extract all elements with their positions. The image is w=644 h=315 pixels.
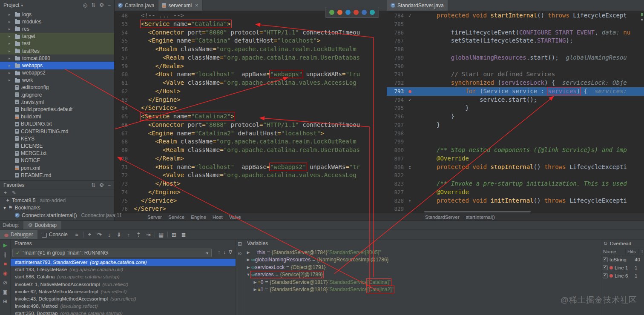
settings-icon[interactable]: ⚙	[99, 2, 104, 8]
code-line-71[interactable]: 71 <Host name="localhost" appBase="webap…	[114, 163, 387, 172]
checkbox[interactable]	[603, 273, 608, 278]
expand-arrow-icon[interactable]: ▸	[9, 20, 13, 24]
expand-arrow-icon[interactable]: ▼	[245, 272, 251, 277]
project-tree-item-contributing-md[interactable]: CONTRIBUTING.md	[0, 128, 114, 135]
step-over-icon[interactable]: ↷	[95, 232, 104, 238]
edit-icon[interactable]: ✎	[12, 190, 16, 196]
code-line-807[interactable]: 807@Override	[387, 155, 644, 163]
breadcrumb-item[interactable]: StandardServer	[425, 215, 460, 220]
breadcrumb-item[interactable]: Valve	[229, 215, 241, 220]
line-number[interactable]: 828	[389, 197, 405, 205]
code-line-74[interactable]: 74 </Engine>	[114, 188, 387, 197]
line-number[interactable]: 785	[389, 20, 405, 29]
line-number[interactable]: 791	[389, 70, 405, 79]
frame-row[interactable]: invoke:62, NativeMethodAccessorImpl(sun.…	[11, 288, 236, 295]
pause-icon[interactable]: ∥	[4, 252, 6, 258]
expand-arrow-icon[interactable]: ▶	[245, 250, 251, 255]
line-number[interactable]: 786	[389, 29, 405, 37]
line-number[interactable]: 789	[389, 54, 405, 62]
overhead-row[interactable]: toString40	[601, 255, 644, 263]
editor-tab-catalina-java[interactable]: CCatalina.java	[114, 0, 158, 11]
layout-icon[interactable]: ⊞	[3, 298, 7, 304]
line-number[interactable]: 797	[389, 121, 405, 129]
code-line-67[interactable]: 67 <Engine name="Catalina2" defaultHost=…	[114, 129, 387, 138]
frame-row[interactable]: start:686, Catalina(org.apache.catalina.…	[11, 273, 236, 281]
line-number[interactable]: 793	[389, 87, 405, 96]
expand-arrow-icon[interactable]: ▸	[9, 27, 13, 31]
check-icon[interactable]: ✓	[408, 11, 411, 20]
project-tree-item-notice[interactable]: NOTICE	[0, 157, 114, 164]
code-line-791[interactable]: 791 // Start our defined Services	[387, 70, 644, 79]
code-line-799[interactable]: 799	[387, 137, 644, 146]
code-line-789[interactable]: 789 globalNamingResources.start(); globa…	[387, 54, 644, 62]
collapse-icon[interactable]: ⇅	[91, 2, 95, 8]
checkbox[interactable]	[603, 257, 608, 262]
code-line-61[interactable]: 61 <Valve className="org.apache.catalina…	[114, 79, 387, 87]
chrome-browser-icon[interactable]	[329, 10, 334, 15]
firefox-browser-icon[interactable]	[337, 10, 342, 15]
exec-icon[interactable]: ●	[408, 87, 411, 96]
project-tree-item-work[interactable]: ▸work	[0, 77, 114, 84]
gutter-icons[interactable]: ↥	[405, 197, 434, 205]
expand-arrow-icon[interactable]: ▸	[9, 78, 13, 82]
run-config-tab-bootstrap[interactable]: ⚙ Bootstrap	[23, 221, 61, 229]
filter-icon[interactable]: ∇	[229, 249, 232, 255]
variable-row[interactable]: ▼∞services={Service[2]@1789}	[244, 271, 601, 279]
line-number[interactable]: 68	[117, 137, 129, 146]
code-line-796[interactable]: 796 }	[387, 112, 644, 121]
code-line-62[interactable]: 62 </Host>	[114, 87, 387, 96]
code-line-797[interactable]: 797}	[387, 121, 644, 129]
gutter-icons[interactable]	[405, 112, 434, 121]
gutter-icons[interactable]	[405, 29, 434, 37]
code-line-75[interactable]: 75 </Service>	[114, 197, 387, 205]
gutter-icons[interactable]	[405, 171, 434, 180]
project-tree-item-webapps[interactable]: ▸webapps	[0, 62, 114, 69]
line-number[interactable]: 59	[117, 62, 129, 71]
line-number[interactable]: 57	[117, 54, 129, 62]
gutter-icons[interactable]	[405, 146, 434, 155]
line-number[interactable]: 827	[389, 188, 405, 197]
right-editor-code[interactable]: 784✓protected void startInternal() throw…	[387, 11, 644, 213]
line-number[interactable]: 823	[389, 180, 405, 188]
line-number[interactable]: 790	[389, 62, 405, 71]
line-number[interactable]: 822	[389, 171, 405, 180]
gutter-icons[interactable]	[405, 54, 434, 62]
layout-icon[interactable]: ⊞	[169, 232, 179, 238]
code-line-828[interactable]: 828↥protected void initInternal() throws…	[387, 197, 644, 205]
variable-row[interactable]: ▶∞globalNamingResources={NamingResources…	[244, 256, 601, 264]
drop-frame-icon[interactable]: ⇡	[134, 232, 144, 238]
expand-arrow-icon[interactable]: ▶	[252, 280, 258, 284]
frame-row[interactable]: startInternal:793, StandardServer(org.ap…	[11, 259, 236, 266]
code-line-70[interactable]: 70 </Realm>	[114, 155, 387, 163]
project-tree-item-keys[interactable]: KEYS	[0, 135, 114, 142]
gutter-icons[interactable]	[405, 62, 434, 71]
frame-row[interactable]: start:183, LifecycleBase(org.apache.cata…	[11, 266, 236, 273]
gutter-icons[interactable]: ✓	[405, 11, 434, 20]
expand-arrow-icon[interactable]: ▸	[9, 41, 13, 46]
breadcrumb-item[interactable]: startInternal()	[466, 215, 495, 220]
line-number[interactable]: 48	[117, 11, 129, 20]
line-number[interactable]: 62	[117, 87, 129, 96]
breadcrumb-item[interactable]: Server	[147, 215, 162, 220]
code-line-822[interactable]: 822	[387, 171, 644, 180]
menu-icon[interactable]: ≡	[72, 232, 82, 238]
favorites-item[interactable]: ▾⚑Bookmarks	[0, 204, 114, 212]
safari-browser-icon[interactable]	[345, 10, 351, 15]
watch-inline-icon[interactable]: ∞	[238, 250, 242, 256]
line-number[interactable]: 54	[117, 29, 129, 37]
line-number[interactable]: 794	[389, 96, 405, 104]
line-number[interactable]: 66	[117, 121, 129, 129]
line-number[interactable]: 67	[117, 129, 129, 138]
expand-arrow-icon[interactable]: ▸	[9, 49, 13, 53]
line-number[interactable]: 60	[117, 70, 129, 79]
gutter-icons[interactable]	[405, 37, 434, 45]
variable-row[interactable]: ▶∞servicesLock={Object@1791}	[244, 263, 601, 271]
project-tree-item-building-txt[interactable]: BUILDING.txt	[0, 120, 114, 128]
code-line-63[interactable]: 63 </Engine>	[114, 96, 387, 104]
code-line-792[interactable]: 792 synchronized (servicesLock) { servic…	[387, 79, 644, 87]
gutter-icons[interactable]	[405, 20, 434, 29]
down-icon[interactable]: ↓	[223, 249, 226, 255]
frame-row[interactable]: start:350, Bootstrap(org.apache.catalina…	[11, 310, 236, 315]
camera-icon[interactable]: ▣	[3, 289, 7, 295]
chevron-down-icon[interactable]	[21, 2, 23, 8]
